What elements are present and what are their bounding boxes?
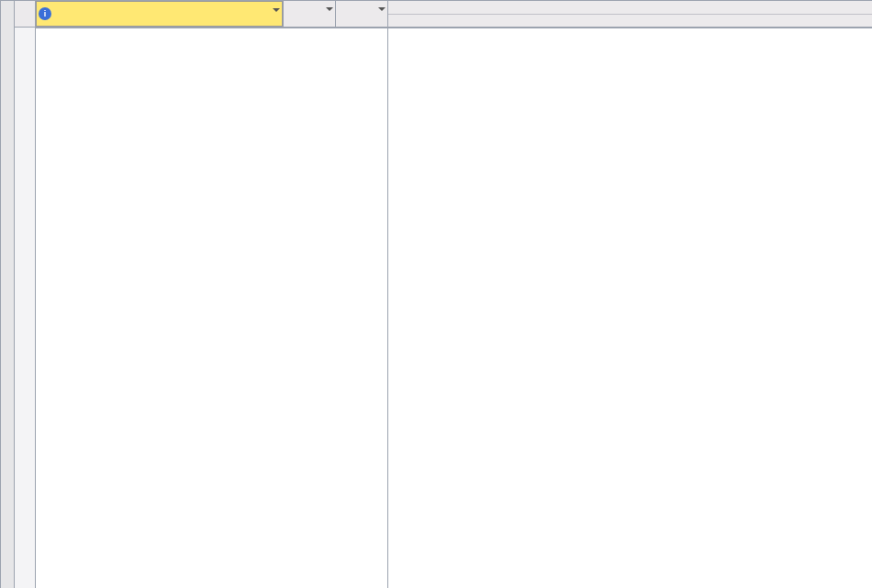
chevron-down-icon[interactable] bbox=[378, 7, 386, 15]
info-icon[interactable]: i bbox=[39, 7, 51, 20]
chevron-down-icon[interactable] bbox=[326, 7, 333, 15]
gantt-chart[interactable] bbox=[388, 28, 872, 588]
gantt-pane bbox=[388, 1, 872, 588]
id-column bbox=[15, 1, 36, 588]
col-header-cost[interactable] bbox=[283, 1, 335, 27]
chevron-down-icon[interactable] bbox=[273, 8, 280, 16]
task-table: i bbox=[36, 1, 388, 588]
app-window: i bbox=[0, 0, 872, 588]
col-header-name[interactable]: i bbox=[36, 1, 283, 27]
table-header: i bbox=[36, 1, 387, 28]
col-header-duration[interactable] bbox=[335, 1, 387, 27]
id-header[interactable] bbox=[15, 1, 35, 28]
timeline-header bbox=[388, 1, 872, 28]
view-tab-gantt[interactable] bbox=[1, 1, 15, 588]
